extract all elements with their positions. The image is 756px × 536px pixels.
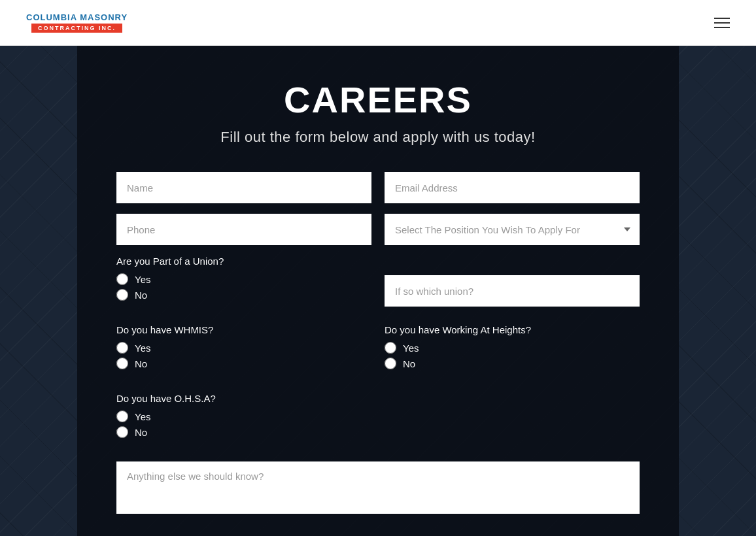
whmis-col: Do you have WHMIS? Yes No [116,324,371,382]
union-no-option[interactable]: No [116,289,371,301]
whmis-heights-section: Do you have WHMIS? Yes No Do you have Wo… [116,324,640,382]
whmis-yes-option[interactable]: Yes [116,342,371,354]
page-title: CAREERS [116,78,640,121]
which-union-input[interactable] [385,275,640,307]
union-input-col [385,256,640,314]
additional-info-wrap [116,461,640,516]
email-input[interactable] [385,172,640,203]
ohsa-yes-option[interactable]: Yes [116,410,371,422]
hamburger-line-1 [714,18,730,19]
union-yes-label: Yes [135,274,150,285]
logo[interactable]: COLUMBIA MASONRY CONTRACTING INC. [26,12,128,33]
heights-yes-label: Yes [403,343,419,354]
hero-section: CAREERS Fill out the form below and appl… [0,46,756,536]
whmis-radio-group: Do you have WHMIS? Yes No [116,324,371,369]
name-email-row [116,172,640,203]
union-section: Are you Part of a Union? Yes No [116,256,640,314]
ohsa-yes-label: Yes [135,411,150,422]
hamburger-line-3 [714,27,730,28]
heights-no-option[interactable]: No [385,358,640,369]
whmis-yes-label: Yes [135,343,150,354]
heights-yes-radio[interactable] [385,342,396,354]
ohsa-no-label: No [135,427,147,438]
additional-info-textarea[interactable] [116,461,640,514]
hamburger-menu-button[interactable] [714,18,730,28]
whmis-no-radio[interactable] [116,358,128,369]
position-select[interactable]: Select The Position You Wish To Apply Fo… [385,214,640,245]
ohsa-question-label: Do you have O.H.S.A? [116,393,371,404]
ohsa-yes-radio[interactable] [116,410,128,422]
email-field-wrap [385,172,640,203]
name-input[interactable] [116,172,371,203]
union-radio-col: Are you Part of a Union? Yes No [116,256,371,314]
position-field-wrap: Select The Position You Wish To Apply Fo… [385,214,640,245]
phone-input[interactable] [116,214,371,245]
logo-top: COLUMBIA MASONRY [26,12,128,23]
heights-no-label: No [403,358,415,369]
phone-position-row: Select The Position You Wish To Apply Fo… [116,214,640,245]
form-panel: CAREERS Fill out the form below and appl… [77,46,679,536]
heights-no-radio[interactable] [385,358,396,369]
union-question-label: Are you Part of a Union? [116,256,371,267]
header: COLUMBIA MASONRY CONTRACTING INC. [0,0,756,46]
heights-col: Do you have Working At Heights? Yes No [385,324,640,382]
whmis-question-label: Do you have WHMIS? [116,324,371,335]
ohsa-no-option[interactable]: No [116,426,371,438]
heights-radio-group: Do you have Working At Heights? Yes No [385,324,640,369]
union-yes-option[interactable]: Yes [116,273,371,285]
union-radio-group: Are you Part of a Union? Yes No [116,256,371,301]
ohsa-empty-col [385,393,640,451]
ohsa-col: Do you have O.H.S.A? Yes No [116,393,371,451]
ohsa-no-radio[interactable] [116,426,128,438]
heights-question-label: Do you have Working At Heights? [385,324,640,335]
hamburger-line-2 [714,22,730,24]
phone-field-wrap [116,214,371,245]
logo-bottom: CONTRACTING INC. [31,24,122,33]
whmis-yes-radio[interactable] [116,342,128,354]
union-no-radio[interactable] [116,289,128,301]
whmis-no-option[interactable]: No [116,358,371,369]
whmis-no-label: No [135,358,147,369]
page-subtitle: Fill out the form below and apply with u… [116,129,640,146]
heights-yes-option[interactable]: Yes [385,342,640,354]
union-yes-radio[interactable] [116,273,128,285]
union-no-label: No [135,290,147,301]
name-field-wrap [116,172,371,203]
ohsa-section: Do you have O.H.S.A? Yes No [116,393,640,451]
ohsa-radio-group: Do you have O.H.S.A? Yes No [116,393,371,438]
